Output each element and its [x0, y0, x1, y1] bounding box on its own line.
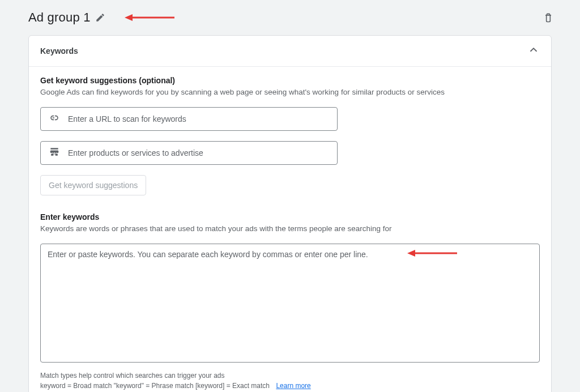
edit-icon[interactable] — [95, 12, 105, 23]
product-input[interactable] — [68, 148, 329, 157]
suggestions-subtext: Google Ads can find keywords for you by … — [40, 87, 540, 98]
suggestions-heading: Get keyword suggestions (optional) — [40, 76, 540, 85]
learn-more-link[interactable]: Learn more — [276, 382, 310, 390]
svg-marker-1 — [125, 14, 133, 21]
get-suggestions-button: Get keyword suggestions — [40, 175, 146, 195]
annotation-arrow-icon — [407, 249, 457, 258]
annotation-arrow-icon — [125, 13, 174, 22]
url-field[interactable] — [40, 107, 338, 131]
card-header[interactable]: Keywords — [29, 36, 551, 67]
delete-icon[interactable] — [543, 12, 554, 23]
url-input[interactable] — [68, 114, 329, 123]
keywords-textarea[interactable] — [40, 244, 540, 363]
match-types-hint: Match types help control which searches … — [40, 370, 540, 391]
chevron-up-icon — [527, 44, 540, 58]
hint-line-2: keyword = Broad match "keyword" = Phrase… — [40, 382, 270, 390]
hint-line-1: Match types help control which searches … — [40, 370, 540, 381]
keywords-card: Keywords Get keyword suggestions (option… — [28, 35, 552, 392]
title-row: Ad group 1 — [28, 10, 552, 25]
enter-keywords-heading: Enter keywords — [40, 212, 540, 221]
storefront-icon — [49, 146, 60, 160]
link-icon — [49, 112, 60, 126]
enter-keywords-subtext: Keywords are words or phrases that are u… — [40, 224, 540, 235]
product-field[interactable] — [40, 141, 338, 165]
card-title: Keywords — [40, 46, 78, 56]
ad-group-title: Ad group 1 — [28, 10, 91, 25]
svg-marker-3 — [407, 250, 415, 257]
